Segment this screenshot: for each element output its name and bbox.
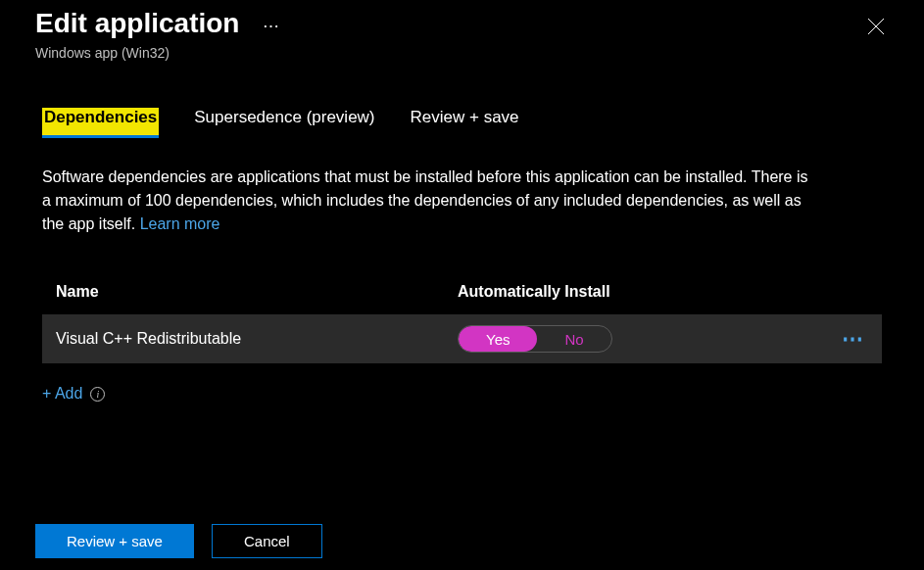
add-label: + Add xyxy=(42,385,82,403)
more-actions-icon[interactable]: ⋯ xyxy=(263,16,280,36)
table-row: Visual C++ Redistributable Yes No ⋯ xyxy=(42,314,882,363)
dependencies-table: Name Automatically Install Visual C++ Re… xyxy=(42,283,882,363)
page-subtitle: Windows app (Win32) xyxy=(0,43,924,61)
column-header-name: Name xyxy=(56,283,458,301)
panel-header: Edit application ⋯ xyxy=(0,0,924,43)
row-more-actions-icon[interactable]: ⋯ xyxy=(842,326,868,352)
close-icon xyxy=(867,18,885,35)
description-text: Software dependencies are applications t… xyxy=(0,138,862,236)
info-icon[interactable]: i xyxy=(90,387,105,402)
close-button[interactable] xyxy=(863,14,889,43)
footer-actions: Review + save Cancel xyxy=(35,524,322,558)
toggle-yes[interactable]: Yes xyxy=(459,326,537,352)
table-header: Name Automatically Install xyxy=(42,283,882,314)
dependency-name: Visual C++ Redistributable xyxy=(56,330,458,348)
tab-bar: Dependencies Supersedence (preview) Revi… xyxy=(0,61,924,138)
review-save-button[interactable]: Review + save xyxy=(35,524,194,558)
toggle-no[interactable]: No xyxy=(537,326,610,352)
tab-supersedence[interactable]: Supersedence (preview) xyxy=(194,108,374,138)
auto-install-toggle[interactable]: Yes No xyxy=(458,325,612,353)
tab-review-save[interactable]: Review + save xyxy=(411,108,519,138)
dependency-auto-install: Yes No ⋯ xyxy=(458,325,868,353)
add-dependency-link[interactable]: + Add i xyxy=(42,363,924,403)
tab-dependencies[interactable]: Dependencies xyxy=(42,108,159,138)
header-left: Edit application ⋯ xyxy=(35,8,280,39)
column-header-auto-install: Automatically Install xyxy=(458,283,868,301)
edit-application-panel: Edit application ⋯ Windows app (Win32) D… xyxy=(0,0,924,570)
page-title: Edit application xyxy=(35,8,239,39)
cancel-button[interactable]: Cancel xyxy=(212,524,322,558)
learn-more-link[interactable]: Learn more xyxy=(140,215,220,232)
